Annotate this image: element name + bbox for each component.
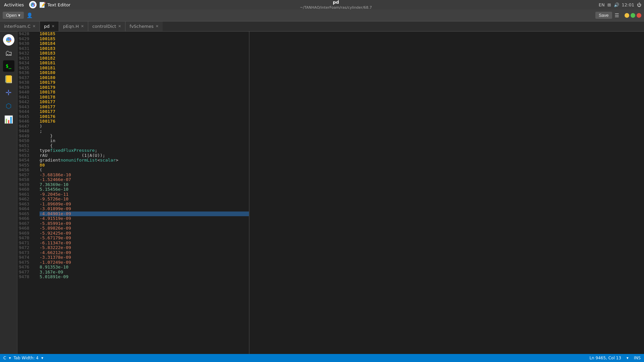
app-name: Text Editor [47,2,70,7]
line-number: 9468 [19,226,35,231]
code-editor[interactable]: 9428942994309431943294339434943594369437… [17,32,249,354]
topbar-right: EN ⊞ 🔊 12:01 ⏻ [599,2,644,7]
chrome-icon[interactable] [29,1,37,8]
code-content[interactable]: 1001851001851001841001831001831001821001… [37,32,249,354]
minimize-button[interactable] [625,13,629,18]
line-number: 9429 [19,37,35,42]
sidebar: 🗂 $_ 📒 ✛ ⬡ 📊 [0,32,17,354]
line-number: 9473 [19,250,35,255]
tab-close-fvSchemes[interactable]: ✕ [156,24,159,28]
line-number: 9472 [19,245,35,250]
app-icon: 📝 [39,2,46,8]
line-number: 9478 [19,275,35,280]
line-number: 9475 [19,260,35,265]
sidebar-icon-terminal[interactable]: $_ [3,60,14,72]
code-line: -4.04901e-09 [40,212,249,217]
code-line: -6.11347e-09 [40,241,249,246]
line-number: 9444 [19,109,35,114]
code-line: 100180 [40,70,249,75]
tab-width[interactable]: Tab Width: 4 [13,356,38,360]
language-mode[interactable]: C [3,356,6,360]
open-button[interactable]: Open ▾ [3,12,24,19]
line-number: 9476 [19,265,35,270]
code-line: 100181 [40,66,249,71]
tab-controlDict[interactable]: controlDict ✕ [88,21,125,31]
line-number: 9461 [19,192,35,197]
sidebar-icon-vscode[interactable]: ⬡ [3,100,15,112]
code-line: -9.2045e-11 [40,192,249,197]
sidebar-icon-notes[interactable]: 📒 [3,73,15,85]
line-number: 9453 [19,153,35,158]
line-numbers: 9428942994309431943294339434943594369437… [17,32,37,354]
cursor-position[interactable]: Ln 9465, Col 13 [589,356,621,360]
code-line: -5.83222e-09 [40,245,249,250]
line-number: 9451 [19,143,35,148]
activities-label: Activities [4,2,24,7]
code-line: 100180 [40,75,249,80]
code-line: -5.67179e-09 [40,236,249,241]
code-line: 100179 [40,80,249,85]
line-number: 9455 [19,163,35,168]
line-number: 9477 [19,270,35,275]
tab-fvSchemes[interactable]: fvSchemes ✕ [125,21,163,31]
svg-point-5 [7,39,10,41]
save-button[interactable]: Save [595,12,612,19]
tab-close-interFoam[interactable]: ✕ [33,24,36,28]
sidebar-icon-chrome[interactable] [3,34,14,46]
code-line: 100178 [40,95,249,100]
tab-pEqn[interactable]: pEqn.H ✕ [59,21,88,31]
tab-close-pd[interactable]: ✕ [52,24,55,28]
code-line: 100176 [40,114,249,119]
tab-close-controlDict[interactable]: ✕ [118,24,121,28]
line-number: 9452 [19,148,35,153]
line-number: 9428 [19,32,35,37]
code-line: 100177 [40,100,249,105]
line-number: 9459 [19,182,35,187]
line-number: 9447 [19,124,35,129]
menu-icon[interactable]: ☰ [615,12,619,18]
code-line: -5.89826e-09 [40,226,249,231]
line-number: 9431 [19,46,35,51]
line-number: 9441 [19,95,35,100]
sidebar-icon-cross[interactable]: ✛ [3,86,15,99]
code-line: -1.89609e-09 [40,202,249,207]
line-number: 9448 [19,129,35,134]
person-icon: 👤 [26,12,33,18]
tab-close-pEqn[interactable]: ✕ [81,24,84,28]
code-line: 100177 [40,105,249,110]
line-number: 9432 [19,51,35,56]
line-number: 9456 [19,168,35,173]
toolbar: Open ▾ 👤 Save ☰ [0,9,644,21]
sidebar-icon-files[interactable]: 🗂 [3,47,15,59]
code-line: -4.91519e-09 [40,216,249,221]
code-line: rAU (1|A(U)); [40,153,249,158]
line-number: 9469 [19,231,35,236]
code-line: gradient nonuniform List<scalar> [40,158,249,163]
code-line: 100185 [40,32,249,37]
line-number: 9474 [19,255,35,260]
code-line: -4.66212e-09 [40,250,249,255]
code-line: -3.31378e-09 [40,255,249,260]
tab-pd[interactable]: pd ✕ [40,21,59,31]
power-icon: ⏻ [637,2,641,7]
maximize-button[interactable] [631,13,635,18]
line-number: 9471 [19,241,35,246]
insert-mode[interactable]: INS [634,356,641,360]
code-line: ; [40,129,249,134]
line-number: 9460 [19,187,35,192]
code-line: in [40,138,249,143]
line-number: 9440 [19,90,35,95]
audio-icon: 🔊 [614,2,619,7]
code-line: ( [40,168,249,173]
code-line: 100178 [40,90,249,95]
code-line: 100182 [40,56,249,61]
svg-point-2 [32,4,34,6]
activities-button[interactable]: Activities [0,0,28,9]
sidebar-icon-sheets[interactable]: 📊 [3,113,15,125]
line-number: 9433 [19,56,35,61]
tab-interFoam[interactable]: interFoam.C ✕ [0,21,40,31]
statusbar-left: C ▾ Tab Width: 4 ▾ [3,356,43,360]
code-line: 3.167e-09 [40,270,249,275]
code-line: } [40,134,249,139]
close-button[interactable] [637,13,641,18]
